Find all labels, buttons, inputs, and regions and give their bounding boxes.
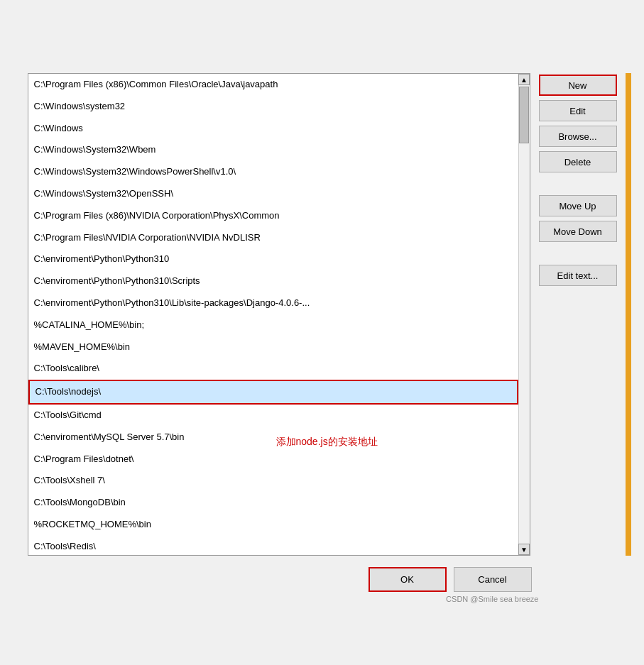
list-item[interactable]: C:\Program Files\dotnet\ xyxy=(28,449,518,471)
button-spacer xyxy=(539,177,617,191)
list-item[interactable]: C:\Program Files\NVIDIA Corporation\NVID… xyxy=(28,227,518,249)
action-buttons-panel: New Edit Browse... Delete Move Up Move D… xyxy=(539,73,617,286)
move-up-button[interactable]: Move Up xyxy=(539,195,617,216)
bottom-buttons: OK Cancel xyxy=(28,567,617,592)
list-item[interactable]: C:\Program Files (x86)\NVIDIA Corporatio… xyxy=(28,205,518,227)
list-item[interactable]: %CATALINA_HOME%\bin; xyxy=(28,314,518,336)
edit-button[interactable]: Edit xyxy=(539,100,617,121)
list-item[interactable]: C:\Windows\system32 xyxy=(28,96,518,118)
list-item[interactable]: C:\Windows\System32\OpenSSH\ xyxy=(28,183,518,205)
path-list-panel: C:\Program Files (x86)\Common Files\Orac… xyxy=(28,73,530,556)
right-accent-bar xyxy=(626,73,631,556)
scrollbar[interactable]: ▲ ▼ xyxy=(518,74,530,555)
list-item[interactable]: C:\enviroment\Python\Python310\Lib\site-… xyxy=(28,292,518,314)
cancel-button[interactable]: Cancel xyxy=(454,567,532,592)
list-item[interactable]: C:\enviroment\Python\Python310\Scripts xyxy=(28,270,518,292)
watermark: CSDN @Smile sea breeze xyxy=(446,595,538,603)
dialog-content: C:\Program Files (x86)\Common Files\Orac… xyxy=(28,73,617,556)
move-down-button[interactable]: Move Down xyxy=(539,221,617,242)
list-item[interactable]: %MAVEN_HOME%\bin xyxy=(28,336,518,358)
ok-button[interactable]: OK xyxy=(369,567,447,592)
list-item[interactable]: C:\enviroment\Python\Python310 xyxy=(28,248,518,270)
list-item[interactable]: C:\Windows\System32\Wbem xyxy=(28,139,518,161)
list-item[interactable]: C:\Tools\Git\cmd xyxy=(28,405,518,427)
list-item[interactable]: C:\Tools\nodejs\ xyxy=(28,380,518,405)
list-item[interactable]: C:\Windows\System32\WindowsPowerShell\v1… xyxy=(28,161,518,183)
list-item[interactable]: C:\Tools\MongoDB\bin xyxy=(28,492,518,514)
delete-button[interactable]: Delete xyxy=(539,151,617,172)
browse-button[interactable]: Browse... xyxy=(539,126,617,147)
list-item[interactable]: C:\enviroment\MySQL Server 5.7\bin xyxy=(28,427,518,449)
list-item[interactable]: C:\Tools\calibre\ xyxy=(28,358,518,380)
edit-text-button[interactable]: Edit text... xyxy=(539,265,617,286)
list-item[interactable]: C:\Program Files (x86)\Common Files\Orac… xyxy=(28,74,518,96)
scroll-down-arrow[interactable]: ▼ xyxy=(518,544,530,555)
list-item[interactable]: C:\Tools\Redis\ xyxy=(28,536,518,555)
scroll-up-arrow[interactable]: ▲ xyxy=(518,74,530,85)
list-item[interactable]: C:\Tools\Xshell 7\ xyxy=(28,470,518,492)
list-item[interactable]: %ROCKETMQ_HOME%\bin xyxy=(28,514,518,536)
path-list[interactable]: C:\Program Files (x86)\Common Files\Orac… xyxy=(28,74,518,555)
new-button[interactable]: New xyxy=(539,75,617,96)
button-spacer-2 xyxy=(539,246,617,260)
scroll-thumb[interactable] xyxy=(519,87,529,143)
environment-variables-dialog: C:\Program Files (x86)\Common Files\Orac… xyxy=(13,59,631,606)
list-item[interactable]: C:\Windows xyxy=(28,118,518,140)
